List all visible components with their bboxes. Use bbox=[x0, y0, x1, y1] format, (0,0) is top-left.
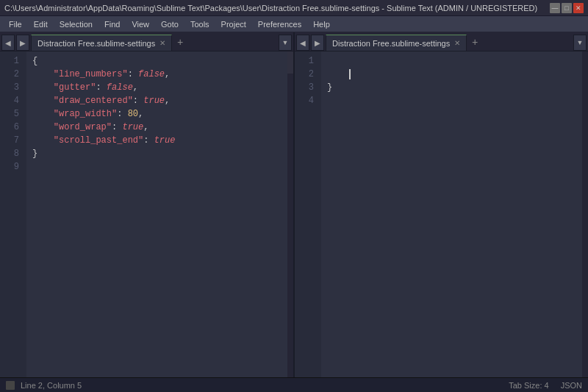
right-code-content[interactable]: } bbox=[321, 51, 582, 377]
code-line-1: { bbox=[32, 54, 282, 68]
menu-goto[interactable]: Goto bbox=[155, 18, 184, 30]
right-line-num-1: 1 bbox=[298, 54, 318, 68]
code-line-8: } bbox=[32, 147, 282, 160]
right-nav-prev[interactable]: ◀ bbox=[296, 35, 309, 51]
right-line-num-4: 4 bbox=[298, 94, 318, 107]
left-code-area[interactable]: 1 2 3 4 5 6 7 8 9 { "line_numbers": fals… bbox=[0, 51, 293, 377]
status-icon bbox=[6, 381, 15, 390]
right-tab-active[interactable]: Distraction Free.sublime-settings ✕ bbox=[326, 35, 467, 51]
menu-project[interactable]: Project bbox=[215, 18, 252, 30]
status-right: Tab Size: 4 JSON bbox=[509, 381, 582, 390]
right-tab-label: Distraction Free.sublime-settings bbox=[332, 39, 450, 48]
line-num-1: 1 bbox=[3, 54, 24, 68]
right-line-num-2: 2 bbox=[298, 68, 318, 81]
menu-tools[interactable]: Tools bbox=[184, 18, 215, 30]
menu-bar: File Edit Selection Find View Goto Tools… bbox=[0, 16, 588, 32]
line-num-2: 2 bbox=[3, 68, 24, 81]
menu-find[interactable]: Find bbox=[98, 18, 126, 30]
left-minimap[interactable] bbox=[287, 51, 293, 377]
title-text: C:\Users\Administrator\AppData\Roaming\S… bbox=[4, 4, 537, 13]
right-nav-next[interactable]: ▶ bbox=[311, 35, 324, 51]
minimap-thumb bbox=[287, 51, 293, 74]
line-num-9: 9 bbox=[3, 160, 24, 174]
menu-file[interactable]: File bbox=[3, 18, 28, 30]
code-line-9 bbox=[32, 160, 282, 174]
right-code-line-3: } bbox=[327, 81, 576, 94]
line-num-7: 7 bbox=[3, 134, 24, 147]
code-line-7: "scroll_past_end": true bbox=[32, 134, 282, 147]
code-line-6: "word_wrap": true, bbox=[32, 121, 282, 134]
right-tab-close[interactable]: ✕ bbox=[454, 39, 460, 47]
window-controls: — □ ✕ bbox=[550, 3, 584, 13]
right-code-area[interactable]: 1 2 3 4 } bbox=[295, 51, 588, 377]
code-line-3: "gutter": false, bbox=[32, 81, 282, 94]
menu-edit[interactable]: Edit bbox=[28, 18, 54, 30]
right-tab-bar: ◀ ▶ Distraction Free.sublime-settings ✕ … bbox=[295, 32, 588, 51]
line-num-3: 3 bbox=[3, 81, 24, 94]
line-num-6: 6 bbox=[3, 121, 24, 134]
line-num-8: 8 bbox=[3, 147, 24, 160]
left-tab-bar: ◀ ▶ Distraction Free.sublime-settings ✕ … bbox=[0, 32, 293, 51]
left-tab-add[interactable]: + bbox=[173, 35, 187, 51]
menu-preferences[interactable]: Preferences bbox=[252, 18, 307, 30]
left-tab-right-btns: ▼ bbox=[279, 35, 292, 51]
line-num-4: 4 bbox=[3, 94, 24, 107]
right-collapse-btn[interactable]: ▼ bbox=[573, 35, 587, 51]
title-bar: C:\Users\Administrator\AppData\Roaming\S… bbox=[0, 0, 588, 16]
right-code-line-4 bbox=[327, 94, 576, 107]
left-pane: ◀ ▶ Distraction Free.sublime-settings ✕ … bbox=[0, 32, 295, 377]
right-scrollbar[interactable] bbox=[582, 51, 588, 377]
left-nav-prev[interactable]: ◀ bbox=[1, 35, 15, 51]
minimize-button[interactable]: — bbox=[550, 3, 560, 13]
right-tab-right-btns: ▼ bbox=[573, 35, 587, 51]
code-line-4: "draw_centered": true, bbox=[32, 94, 282, 107]
menu-selection[interactable]: Selection bbox=[54, 18, 98, 30]
line-num-5: 5 bbox=[3, 107, 24, 121]
code-line-5: "wrap_width": 80, bbox=[32, 107, 282, 121]
text-cursor bbox=[349, 69, 351, 79]
left-line-numbers: 1 2 3 4 5 6 7 8 9 bbox=[0, 51, 26, 377]
tab-size: Tab Size: 4 bbox=[509, 381, 548, 390]
code-line-2: "line_numbers": false, bbox=[32, 68, 282, 81]
menu-help[interactable]: Help bbox=[307, 18, 336, 30]
right-tab-add[interactable]: + bbox=[468, 35, 481, 51]
maximize-button[interactable]: □ bbox=[562, 3, 572, 13]
right-line-numbers: 1 2 3 4 bbox=[295, 51, 321, 377]
right-line-num-3: 3 bbox=[298, 81, 318, 94]
syntax-type[interactable]: JSON bbox=[561, 381, 582, 390]
cursor-position: Line 2, Column 5 bbox=[21, 381, 82, 390]
status-bar: Line 2, Column 5 Tab Size: 4 JSON bbox=[0, 377, 588, 392]
right-code-line-1 bbox=[327, 54, 576, 68]
editor-area: ◀ ▶ Distraction Free.sublime-settings ✕ … bbox=[0, 32, 588, 377]
menu-view[interactable]: View bbox=[126, 18, 155, 30]
left-tab-active[interactable]: Distraction Free.sublime-settings ✕ bbox=[31, 35, 172, 51]
right-code-line-2 bbox=[327, 68, 576, 81]
left-code-content[interactable]: { "line_numbers": false, "gutter": false… bbox=[26, 51, 287, 377]
left-tab-label: Distraction Free.sublime-settings bbox=[37, 39, 155, 48]
right-pane: ◀ ▶ Distraction Free.sublime-settings ✕ … bbox=[295, 32, 588, 377]
close-button[interactable]: ✕ bbox=[573, 3, 584, 13]
left-nav-next[interactable]: ▶ bbox=[16, 35, 29, 51]
left-tab-close[interactable]: ✕ bbox=[159, 39, 165, 47]
left-collapse-btn[interactable]: ▼ bbox=[279, 35, 292, 51]
